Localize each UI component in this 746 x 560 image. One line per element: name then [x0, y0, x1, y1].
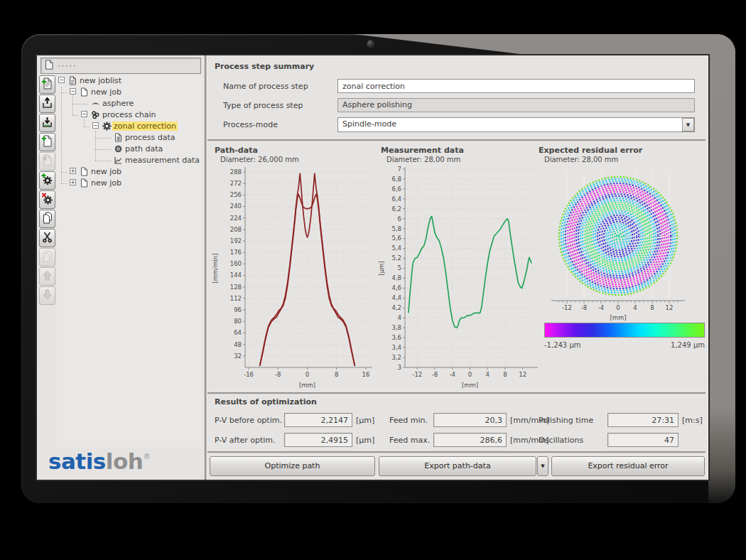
section-divider — [207, 392, 706, 395]
residual-error-chart-subtitle: Diameter: 28,00 mm — [544, 156, 618, 163]
svg-text:3,8: 3,8 — [391, 324, 401, 331]
sheet-icon — [114, 133, 123, 142]
colorbar-max-label: 1,249 µm — [544, 341, 705, 349]
svg-text:6,2: 6,2 — [391, 205, 401, 212]
section-title-results: Results of optimization — [215, 397, 317, 406]
name-of-process-step-label: Name of process step — [223, 82, 308, 91]
screen-edge-highlight — [708, 55, 708, 480]
tree-item-process-chain-3[interactable]: process chain — [101, 109, 158, 120]
name-of-process-step-input[interactable] — [337, 79, 695, 93]
tree-connector — [95, 131, 96, 161]
svg-text:208: 208 — [230, 226, 242, 233]
residual-error-colorbar — [544, 323, 705, 338]
tree-item-path-data-6[interactable]: path data — [124, 144, 164, 154]
tree-connector — [61, 183, 67, 184]
svg-text:[mm]: [mm] — [610, 314, 626, 321]
svg-text:0: 0 — [306, 371, 309, 378]
page-background: ····· −new joblist−new jobasphere−proces… — [0, 0, 746, 560]
tree-item-label: process chain — [101, 110, 158, 119]
svg-text:7: 7 — [398, 166, 401, 173]
path-data-chart: 3248648096112128144160176192208224240256… — [210, 165, 381, 392]
svg-text:4: 4 — [398, 314, 401, 321]
svg-text:3,2: 3,2 — [391, 354, 401, 361]
tree-item-label: path data — [124, 144, 164, 154]
export-path-data-button[interactable]: Export path-data — [379, 456, 536, 476]
svg-text:80: 80 — [234, 318, 242, 325]
section-divider — [207, 139, 706, 142]
tree-expander-new-joblist[interactable]: − — [58, 77, 65, 83]
svg-text:-8: -8 — [432, 371, 438, 378]
tablet-frame: ····· −new joblist−new jobasphere−proces… — [21, 34, 735, 503]
tree-expander-new-job[interactable]: − — [70, 88, 76, 95]
tree-expander-new-job[interactable]: + — [70, 168, 76, 174]
pv-after-value: 2,4915 — [284, 433, 352, 447]
pv-after-unit: [µm] — [356, 436, 374, 445]
svg-text:4,6: 4,6 — [391, 284, 401, 291]
svg-text:96: 96 — [234, 306, 242, 313]
svg-text:8: 8 — [650, 304, 654, 311]
oscillations-label: Oscillations — [539, 436, 583, 445]
tree-item-new-joblist-0[interactable]: new joblist — [78, 75, 123, 86]
logo-satis: satis — [48, 448, 106, 474]
tree-item-label: process data — [124, 133, 177, 142]
section-divider — [207, 451, 706, 454]
residual-error-chart: -12-8-404812[mm] — [537, 165, 708, 328]
svg-text:240: 240 — [230, 203, 242, 210]
export-residual-error-button[interactable]: Export residual error — [551, 456, 705, 476]
svg-text:5,4: 5,4 — [391, 244, 401, 252]
svg-text:272: 272 — [230, 180, 242, 187]
tree-expander-process-chain[interactable]: − — [81, 111, 87, 117]
tree-connector — [72, 104, 88, 104]
svg-text:256: 256 — [230, 191, 242, 198]
tree-item-label: new job — [90, 178, 123, 188]
tree-item-label: zonal correction — [112, 122, 178, 131]
tree-item-label: new job — [90, 167, 123, 176]
tree-connector — [72, 115, 78, 116]
export-path-data-dropdown-arrow[interactable]: ▼ — [537, 456, 548, 476]
process-mode-dropdown-arrow[interactable]: ▼ — [682, 118, 694, 131]
svg-text:-12: -12 — [562, 304, 572, 311]
tree-item-asphere-2[interactable]: asphere — [101, 98, 135, 109]
svg-text:[µm]: [µm] — [378, 261, 385, 275]
tree-expander-zonal-correction[interactable]: − — [92, 122, 99, 129]
page-icon — [80, 167, 89, 176]
type-of-process-step-field: Asphere polishing — [337, 98, 695, 112]
tree-item-measurement-data-7[interactable]: measurement data — [124, 155, 201, 166]
camera-dot — [367, 40, 374, 48]
process-mode-select[interactable]: Spindle-mode — [337, 117, 695, 132]
polishing-time-unit: [m:s] — [682, 416, 703, 425]
svg-text:[mm]: [mm] — [299, 382, 315, 389]
tree-item-new-job-8[interactable]: new job — [90, 166, 123, 177]
polishing-time-value: 27:31 — [607, 413, 679, 427]
logo-registered-mark: ® — [143, 452, 151, 461]
svg-text:0: 0 — [468, 371, 472, 378]
svg-text:-8: -8 — [581, 304, 587, 311]
tree-connector — [61, 87, 62, 183]
svg-text:16: 16 — [362, 371, 369, 378]
svg-text:5,2: 5,2 — [391, 254, 401, 262]
svg-text:6: 6 — [398, 215, 401, 222]
svg-text:5: 5 — [398, 264, 401, 271]
section-title-summary: Process step summary — [215, 62, 314, 71]
svg-text:12: 12 — [666, 304, 674, 311]
feed-max-value: 286,6 — [433, 433, 507, 447]
tree-expander-new-job[interactable]: + — [70, 179, 76, 185]
bezel-reflection-right — [708, 34, 735, 503]
page-icon — [80, 178, 89, 188]
panel-divider — [205, 55, 207, 480]
gear-icon — [102, 122, 112, 131]
svg-text:112: 112 — [230, 295, 242, 302]
tree-item-zonal-correction-4[interactable]: zonal correction — [112, 121, 178, 131]
residual-error-chart-title: Expected residual error — [539, 146, 642, 155]
svg-text:[mm]: [mm] — [462, 382, 478, 389]
svg-text:6,6: 6,6 — [391, 185, 401, 193]
svg-text:4,8: 4,8 — [391, 274, 401, 281]
tree-item-new-job-1[interactable]: new job — [90, 87, 123, 97]
svg-text:144: 144 — [230, 271, 242, 279]
optimize-path-button[interactable]: Optimize path — [210, 456, 375, 476]
logo-loh: loh — [106, 448, 144, 474]
tree-item-new-job-9[interactable]: new job — [90, 178, 123, 188]
tree-connector — [95, 138, 111, 139]
tree-item-process-data-5[interactable]: process data — [124, 132, 177, 143]
svg-text:8: 8 — [335, 371, 338, 378]
